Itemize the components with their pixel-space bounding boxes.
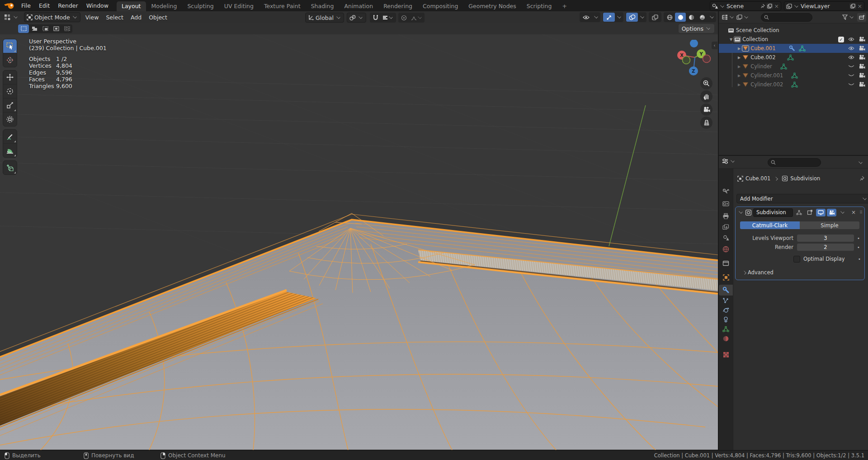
tab-world-properties[interactable] xyxy=(719,244,733,254)
tab-modeling[interactable]: Modeling xyxy=(146,1,182,11)
menu-window[interactable]: Window xyxy=(82,0,113,11)
camera-view-button[interactable] xyxy=(700,103,712,116)
tab-animation[interactable]: Animation xyxy=(339,1,378,11)
tab-scene-properties[interactable] xyxy=(719,232,733,243)
tab-sculpting[interactable]: Sculpting xyxy=(182,1,218,11)
gizmo-x-label[interactable]: X xyxy=(680,53,684,58)
modifier-drag-handle[interactable]: ⠿ xyxy=(859,210,862,215)
outliner-restriction-dropdown[interactable] xyxy=(736,14,750,20)
scale-tool[interactable] xyxy=(3,98,17,112)
perspective-ortho-button[interactable] xyxy=(700,117,712,129)
shading-solid-button[interactable] xyxy=(675,13,686,22)
outliner-row-cylinder-002[interactable]: ▶ Cylinder.002 xyxy=(719,80,868,89)
tab-render-properties[interactable] xyxy=(719,198,733,209)
pan-view-button[interactable] xyxy=(700,90,712,103)
tab-layout[interactable]: Layout xyxy=(117,1,146,11)
gizmo-z-label[interactable]: Z xyxy=(692,69,695,74)
disclosure-triangle-icon[interactable]: ▶ xyxy=(738,56,741,60)
simple-button[interactable]: Simple xyxy=(800,221,859,229)
breadcrumb-object[interactable]: Cube.001 xyxy=(745,175,770,182)
tab-material-properties[interactable] xyxy=(719,333,733,344)
properties-editor-type-button[interactable] xyxy=(722,158,736,164)
pin-icon[interactable] xyxy=(760,4,765,9)
shading-wireframe-button[interactable] xyxy=(664,13,675,22)
object-visibility-toggle[interactable] xyxy=(580,13,592,22)
select-mode-extend[interactable] xyxy=(29,24,40,33)
eye-closed-icon[interactable] xyxy=(848,64,854,69)
tab-uv-editing[interactable]: UV Editing xyxy=(219,1,259,11)
outliner-row-scene-collection[interactable]: Scene Collection xyxy=(719,26,868,35)
render-field[interactable]: 2 xyxy=(797,244,854,251)
modifier-remove-button[interactable]: × xyxy=(849,209,858,216)
transform-orientation-dropdown[interactable]: Global xyxy=(305,13,344,23)
sidebar-collapse-button[interactable]: ‹ xyxy=(712,42,717,49)
modifier-name-field[interactable]: Subdivision xyxy=(753,208,793,217)
menu-view[interactable]: View xyxy=(82,11,103,23)
gizmos-dropdown[interactable] xyxy=(615,13,623,22)
new-collection-button[interactable] xyxy=(857,13,866,22)
tab-output-properties[interactable] xyxy=(719,211,733,221)
camera-visibility-icon[interactable] xyxy=(859,73,865,78)
overlays-toggle[interactable] xyxy=(626,13,638,22)
collapse-chevron-icon[interactable] xyxy=(739,210,743,214)
options-dropdown[interactable]: Options xyxy=(679,24,714,33)
tab-tool-properties[interactable] xyxy=(719,186,733,197)
menu-file[interactable]: File xyxy=(17,0,35,11)
add-modifier-dropdown[interactable]: Add Modifier xyxy=(736,194,868,203)
breadcrumb-modifier[interactable]: Subdivision xyxy=(790,175,820,182)
menu-add[interactable]: Add xyxy=(127,11,145,23)
outliner-row-collection[interactable]: ▼ Collection ✓ xyxy=(719,35,868,44)
modifier-render-visibility-toggle[interactable] xyxy=(827,209,836,216)
editor-type-button[interactable] xyxy=(1,12,21,22)
modifier-viewport-visibility-toggle[interactable] xyxy=(816,209,826,216)
outliner-filter-dropdown[interactable] xyxy=(842,14,854,20)
tab-view-layer-properties[interactable] xyxy=(719,221,733,232)
tab-compositing[interactable]: Compositing xyxy=(418,1,463,11)
outliner-row-cylinder[interactable]: ▶ Cylinder xyxy=(719,62,868,71)
levels-viewport-field[interactable]: 3 xyxy=(797,235,854,242)
remove-view-layer-button[interactable]: × xyxy=(858,3,862,9)
scene-selector[interactable]: Scene × xyxy=(710,1,781,11)
animate-dot-icon[interactable]: • xyxy=(857,236,860,241)
modifier-edit-mode-toggle[interactable] xyxy=(794,209,804,216)
tab-shading[interactable]: Shading xyxy=(306,1,339,11)
proportional-editing-toggle[interactable] xyxy=(399,13,410,22)
visibility-dropdown[interactable] xyxy=(592,13,600,22)
gizmo-y-label[interactable]: Y xyxy=(699,52,703,56)
unlink-scene-button[interactable]: × xyxy=(774,3,779,9)
zoom-view-button[interactable] xyxy=(700,77,712,89)
mode-dropdown[interactable]: Object Mode xyxy=(24,12,80,22)
shading-material-button[interactable] xyxy=(686,13,697,22)
viewport-3d-scene[interactable] xyxy=(0,34,718,450)
tab-collection-properties[interactable] xyxy=(719,258,733,268)
view-layer-selector[interactable]: ViewLayer × xyxy=(784,1,864,11)
menu-edit[interactable]: Edit xyxy=(35,0,54,11)
collection-checkbox[interactable]: ✓ xyxy=(838,37,844,42)
annotate-tool[interactable] xyxy=(3,130,17,143)
camera-visibility-icon[interactable] xyxy=(859,82,865,87)
tab-scripting[interactable]: Scripting xyxy=(522,1,557,11)
advanced-section-header[interactable]: Advanced xyxy=(736,268,868,277)
tab-geometry-nodes[interactable]: Geometry Nodes xyxy=(463,1,521,11)
chevron-down-icon[interactable] xyxy=(859,160,863,164)
camera-visibility-icon[interactable] xyxy=(859,37,865,42)
eye-closed-icon[interactable] xyxy=(848,73,854,78)
eye-open-icon[interactable] xyxy=(848,37,854,42)
animate-dot-icon[interactable]: • xyxy=(857,245,860,250)
camera-visibility-icon[interactable] xyxy=(859,64,865,69)
menu-object[interactable]: Object xyxy=(145,11,171,23)
tab-modifier-properties[interactable] xyxy=(719,285,733,296)
outliner-row-cube-001[interactable]: ▶ Cube.001 xyxy=(719,44,868,53)
snap-toggle[interactable] xyxy=(370,13,381,22)
add-workspace-button[interactable]: + xyxy=(557,1,571,11)
tab-rendering[interactable]: Rendering xyxy=(378,1,417,11)
shading-dropdown[interactable] xyxy=(708,13,716,22)
disclosure-triangle-icon[interactable]: ▶ xyxy=(738,65,741,69)
tab-object-properties[interactable] xyxy=(719,272,733,283)
camera-visibility-icon[interactable] xyxy=(859,55,865,60)
transform-tool[interactable] xyxy=(3,112,17,126)
select-mode-intersect[interactable] xyxy=(61,24,72,33)
outliner-row-cylinder-001[interactable]: ▶ Cylinder.001 xyxy=(719,71,868,80)
shading-rendered-button[interactable] xyxy=(697,13,708,22)
add-cube-tool[interactable] xyxy=(3,161,17,174)
